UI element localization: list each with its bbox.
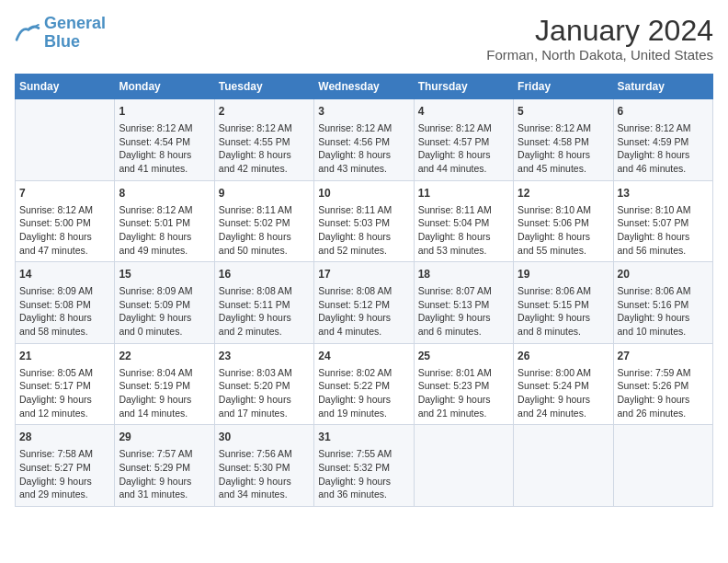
cell-content: Sunrise: 8:10 AMSunset: 5:07 PMDaylight:… — [618, 203, 709, 258]
cell-content: Sunrise: 8:12 AMSunset: 4:58 PMDaylight:… — [518, 121, 609, 176]
header-wednesday: Wednesday — [314, 75, 414, 99]
calendar-cell: 2Sunrise: 8:12 AMSunset: 4:55 PMDaylight… — [214, 99, 313, 181]
cell-content: Sunrise: 8:01 AMSunset: 5:23 PMDaylight:… — [418, 366, 509, 420]
cell-content: Sunrise: 8:11 AMSunset: 5:04 PMDaylight:… — [418, 203, 509, 258]
calendar-cell: 24Sunrise: 8:02 AMSunset: 5:22 PMDayligh… — [314, 343, 414, 425]
day-number: 19 — [518, 267, 609, 282]
day-number: 27 — [618, 349, 709, 364]
cell-content: Sunrise: 8:06 AMSunset: 5:16 PMDaylight:… — [618, 284, 709, 339]
cell-content: Sunrise: 8:11 AMSunset: 5:02 PMDaylight:… — [219, 203, 310, 258]
day-number: 8 — [119, 186, 210, 201]
calendar-cell: 22Sunrise: 8:04 AMSunset: 5:19 PMDayligh… — [115, 343, 214, 425]
calendar-cell: 11Sunrise: 8:11 AMSunset: 5:04 PMDayligh… — [414, 180, 513, 262]
logo-blue: Blue — [44, 32, 80, 51]
day-number: 4 — [418, 104, 509, 120]
day-number: 23 — [219, 349, 310, 364]
calendar-cell — [16, 99, 115, 181]
calendar-cell: 4Sunrise: 8:12 AMSunset: 4:57 PMDaylight… — [414, 99, 513, 181]
cell-content: Sunrise: 8:12 AMSunset: 4:54 PMDaylight:… — [119, 121, 210, 176]
calendar-cell: 7Sunrise: 8:12 AMSunset: 5:00 PMDaylight… — [16, 180, 115, 262]
day-number: 30 — [219, 430, 310, 445]
calendar-cell — [414, 425, 513, 507]
cell-content: Sunrise: 8:12 AMSunset: 4:55 PMDaylight:… — [219, 121, 310, 176]
day-number: 18 — [418, 267, 509, 282]
cell-content: Sunrise: 8:05 AMSunset: 5:17 PMDaylight:… — [19, 366, 110, 420]
calendar-cell: 30Sunrise: 7:56 AMSunset: 5:30 PMDayligh… — [214, 425, 313, 507]
calendar-table: Sunday Monday Tuesday Wednesday Thursday… — [15, 74, 713, 507]
cell-content: Sunrise: 8:00 AMSunset: 5:24 PMDaylight:… — [518, 366, 609, 420]
calendar-cell: 21Sunrise: 8:05 AMSunset: 5:17 PMDayligh… — [16, 343, 115, 425]
day-number: 9 — [219, 186, 310, 201]
calendar-cell: 1Sunrise: 8:12 AMSunset: 4:54 PMDaylight… — [115, 99, 214, 181]
calendar-cell: 10Sunrise: 8:11 AMSunset: 5:03 PMDayligh… — [314, 180, 414, 262]
calendar-cell: 9Sunrise: 8:11 AMSunset: 5:02 PMDaylight… — [214, 180, 313, 262]
cell-content: Sunrise: 7:55 AMSunset: 5:32 PMDaylight:… — [318, 447, 409, 501]
calendar-cell: 19Sunrise: 8:06 AMSunset: 5:15 PMDayligh… — [514, 262, 613, 344]
cell-content: Sunrise: 7:58 AMSunset: 5:27 PMDaylight:… — [19, 447, 110, 501]
day-number: 29 — [119, 430, 210, 445]
calendar-cell: 28Sunrise: 7:58 AMSunset: 5:27 PMDayligh… — [16, 425, 115, 507]
header-monday: Monday — [115, 75, 214, 99]
day-number: 2 — [219, 104, 310, 120]
calendar-cell: 17Sunrise: 8:08 AMSunset: 5:12 PMDayligh… — [314, 262, 414, 344]
calendar-cell: 15Sunrise: 8:09 AMSunset: 5:09 PMDayligh… — [115, 262, 214, 344]
cell-content: Sunrise: 8:12 AMSunset: 4:59 PMDaylight:… — [618, 121, 709, 176]
header-friday: Friday — [514, 75, 613, 99]
week-row-0: 1Sunrise: 8:12 AMSunset: 4:54 PMDaylight… — [16, 99, 713, 181]
day-number: 31 — [318, 430, 409, 445]
week-row-3: 21Sunrise: 8:05 AMSunset: 5:17 PMDayligh… — [16, 343, 713, 425]
day-number: 25 — [418, 349, 509, 364]
day-number: 6 — [618, 104, 709, 120]
cell-content: Sunrise: 7:59 AMSunset: 5:26 PMDaylight:… — [618, 366, 709, 420]
cell-content: Sunrise: 8:12 AMSunset: 4:57 PMDaylight:… — [418, 121, 509, 176]
calendar-cell: 13Sunrise: 8:10 AMSunset: 5:07 PMDayligh… — [613, 180, 712, 262]
calendar-cell: 25Sunrise: 8:01 AMSunset: 5:23 PMDayligh… — [414, 343, 513, 425]
cell-content: Sunrise: 8:12 AMSunset: 4:56 PMDaylight:… — [318, 121, 409, 176]
calendar-cell: 5Sunrise: 8:12 AMSunset: 4:58 PMDaylight… — [514, 99, 613, 181]
cell-content: Sunrise: 8:04 AMSunset: 5:19 PMDaylight:… — [119, 366, 210, 420]
day-number: 21 — [19, 349, 110, 364]
day-number: 14 — [19, 267, 110, 282]
calendar-cell: 6Sunrise: 8:12 AMSunset: 4:59 PMDaylight… — [613, 99, 712, 181]
day-number: 10 — [318, 186, 409, 201]
day-number: 22 — [119, 349, 210, 364]
calendar-cell — [514, 425, 613, 507]
calendar-cell: 29Sunrise: 7:57 AMSunset: 5:29 PMDayligh… — [115, 425, 214, 507]
week-row-4: 28Sunrise: 7:58 AMSunset: 5:27 PMDayligh… — [16, 425, 713, 507]
header-thursday: Thursday — [414, 75, 513, 99]
header-sunday: Sunday — [16, 75, 115, 99]
day-number: 17 — [318, 267, 409, 282]
day-number: 20 — [618, 267, 709, 282]
week-row-2: 14Sunrise: 8:09 AMSunset: 5:08 PMDayligh… — [16, 262, 713, 344]
header-row: Sunday Monday Tuesday Wednesday Thursday… — [16, 75, 713, 99]
cell-content: Sunrise: 8:08 AMSunset: 5:12 PMDaylight:… — [318, 284, 409, 339]
day-number: 12 — [518, 186, 609, 201]
day-number: 26 — [518, 349, 609, 364]
day-number: 28 — [19, 430, 110, 445]
calendar-cell: 12Sunrise: 8:10 AMSunset: 5:06 PMDayligh… — [514, 180, 613, 262]
day-number: 16 — [219, 267, 310, 282]
calendar-cell: 27Sunrise: 7:59 AMSunset: 5:26 PMDayligh… — [613, 343, 712, 425]
day-number: 3 — [318, 104, 409, 120]
cell-content: Sunrise: 8:02 AMSunset: 5:22 PMDaylight:… — [318, 366, 409, 420]
day-number: 1 — [119, 104, 210, 120]
cell-content: Sunrise: 8:07 AMSunset: 5:13 PMDaylight:… — [418, 284, 509, 339]
page-header: General Blue January 2024 Forman, North … — [15, 15, 713, 63]
calendar-subtitle: Forman, North Dakota, United States — [486, 47, 713, 63]
calendar-cell: 14Sunrise: 8:09 AMSunset: 5:08 PMDayligh… — [16, 262, 115, 344]
calendar-cell: 20Sunrise: 8:06 AMSunset: 5:16 PMDayligh… — [613, 262, 712, 344]
cell-content: Sunrise: 8:06 AMSunset: 5:15 PMDaylight:… — [518, 284, 609, 339]
cell-content: Sunrise: 7:56 AMSunset: 5:30 PMDaylight:… — [219, 447, 310, 501]
cell-content: Sunrise: 8:03 AMSunset: 5:20 PMDaylight:… — [219, 366, 310, 420]
day-number: 11 — [418, 186, 509, 201]
calendar-cell: 26Sunrise: 8:00 AMSunset: 5:24 PMDayligh… — [514, 343, 613, 425]
day-number: 24 — [318, 349, 409, 364]
day-number: 7 — [19, 186, 110, 201]
calendar-cell: 23Sunrise: 8:03 AMSunset: 5:20 PMDayligh… — [214, 343, 313, 425]
header-saturday: Saturday — [613, 75, 712, 99]
calendar-cell: 3Sunrise: 8:12 AMSunset: 4:56 PMDaylight… — [314, 99, 414, 181]
day-number: 15 — [119, 267, 210, 282]
title-block: January 2024 Forman, North Dakota, Unite… — [486, 15, 713, 63]
cell-content: Sunrise: 8:09 AMSunset: 5:09 PMDaylight:… — [119, 284, 210, 339]
logo-text-block: General Blue — [44, 15, 106, 52]
